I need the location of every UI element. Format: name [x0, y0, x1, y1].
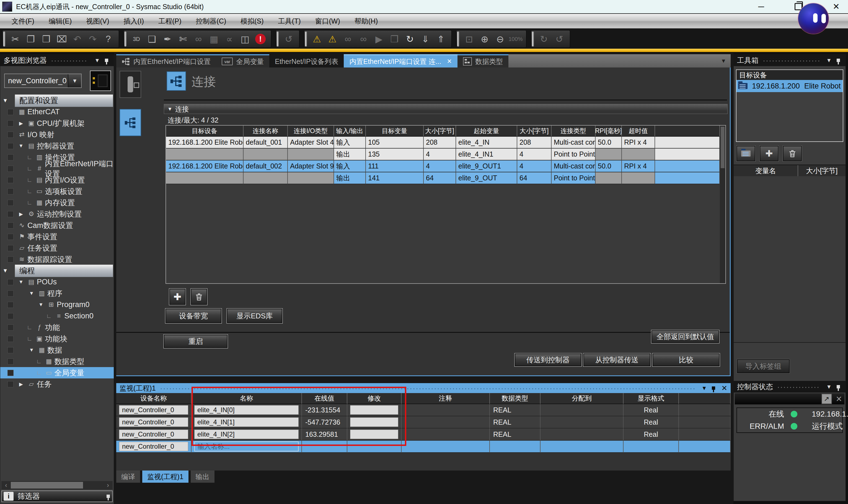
cell-comment[interactable]	[402, 416, 490, 429]
target-device-item[interactable]: 192.168.1.200 Elite Robot	[737, 80, 843, 92]
cell-target-variable[interactable]: 105	[366, 137, 424, 148]
paste-icon[interactable]: ❒	[38, 31, 54, 47]
cell-origin-variable[interactable]: elite_4_IN	[456, 137, 517, 148]
menu-window[interactable]: 窗口(W)	[308, 17, 347, 26]
cell-target-device[interactable]: 192.168.1.200 Elite Robot 片	[166, 160, 244, 172]
transfer-from-controller-icon[interactable]: ⇑	[433, 31, 449, 47]
tree-item-programs[interactable]: ▼▥程序	[0, 288, 114, 299]
controller-select[interactable]: new_Controller_0 ▼	[4, 74, 82, 88]
cell-origin-variable[interactable]: elite_9_OUT1	[456, 160, 517, 172]
abort-icon[interactable]: !	[253, 31, 268, 47]
copy-icon[interactable]: ❐	[23, 31, 38, 47]
tree-item-controller-settings[interactable]: ▼▤控制器设置	[0, 140, 114, 151]
tab-list-dropdown-icon[interactable]: ▼	[721, 58, 726, 64]
tree-section-configuration[interactable]: ▼配置和设置	[0, 95, 114, 106]
cell-variable-name[interactable]: elite_4_IN[2]	[192, 429, 302, 440]
close-tab-icon[interactable]: ✕	[447, 58, 452, 65]
cell-device-name[interactable]: new_Controller_0	[116, 429, 192, 440]
close-button[interactable]: ✕	[833, 2, 840, 11]
cell-target-device[interactable]: 192.168.1.200 Elite Robot 片	[166, 137, 244, 148]
scroll-right-icon[interactable]: ›	[103, 481, 113, 489]
register-device-button[interactable]	[737, 146, 755, 161]
search-binoculars-icon[interactable]: ◫	[237, 31, 253, 47]
cell-timeout[interactable]	[622, 172, 655, 184]
cell-rpi[interactable]: 50.0	[596, 160, 622, 172]
variable-table-body[interactable]	[734, 176, 846, 343]
cell-connection-name[interactable]: default_001	[244, 137, 288, 148]
table-vertical-scrollbar[interactable]	[720, 126, 725, 283]
transfer-to-controller-icon[interactable]: ⇓	[418, 31, 433, 47]
pin-icon[interactable]	[712, 386, 715, 390]
cell-direction[interactable]: 输出	[334, 148, 366, 160]
cell-size[interactable]: 208	[424, 137, 456, 148]
menu-insert[interactable]: 插入(I)	[117, 17, 152, 26]
pin-icon[interactable]	[837, 59, 840, 62]
export-icon[interactable]: ❏	[144, 31, 160, 47]
build-icon[interactable]: ✒	[160, 31, 175, 47]
menu-controller[interactable]: 控制器(C)	[189, 17, 234, 26]
tree-item-event-settings[interactable]: ⚑事件设置	[0, 231, 114, 242]
help-icon[interactable]: ?	[101, 31, 116, 47]
cell-timeout[interactable]: RPI x 4	[622, 137, 655, 148]
chevron-down-icon[interactable]: ▼	[826, 384, 832, 390]
cell-rpi[interactable]	[596, 172, 622, 184]
close-icon[interactable]: ✕	[721, 384, 727, 393]
scroll-left-icon[interactable]: ‹	[1, 481, 11, 489]
stop-monitor-icon[interactable]: ∞	[356, 31, 371, 47]
jump-back-icon[interactable]: ↺	[552, 31, 567, 47]
fit-zoom-icon[interactable]: ⊡	[461, 31, 477, 47]
cell-timeout[interactable]: RPI x 4	[622, 160, 655, 172]
zoom-in-icon[interactable]: ⊕	[477, 31, 492, 47]
import-tag-set-button[interactable]: 导入标签组	[737, 359, 790, 373]
cell-comment[interactable]	[402, 440, 490, 453]
cell-target-variable[interactable]: 111	[366, 160, 424, 172]
tree-item-memory-settings[interactable]: ▦内存设置	[0, 197, 114, 208]
check-program-icon[interactable]: ∞	[191, 31, 206, 47]
cell-modify-value[interactable]	[347, 416, 402, 429]
cell-target-variable[interactable]: 135	[366, 148, 424, 160]
cell-modify-value[interactable]	[347, 429, 402, 440]
tree-item-cam-data[interactable]: ∿Cam数据设置	[0, 220, 114, 231]
filter-bar[interactable]: i 筛选器	[1, 490, 113, 502]
tab-build[interactable]: 编译	[116, 470, 140, 483]
tree-item-pous[interactable]: ▼▤POUs	[0, 276, 114, 288]
cut-icon[interactable]: ✂	[7, 31, 23, 47]
cell-display-format[interactable]: Real	[623, 404, 679, 416]
tree-item-builtin-io[interactable]: ▤内置I/O设置	[0, 174, 114, 186]
tree-item-builtin-ethernet-ip[interactable]: #内置EtherNet/IP端口设置	[0, 163, 114, 174]
tree-item-cpu-rack[interactable]: ▶▣CPU/扩展机架	[0, 118, 114, 129]
cell-direction[interactable]: 输入	[334, 137, 366, 148]
tree-item-task-settings[interactable]: ▱任务设置	[0, 242, 114, 254]
cell-target-variable[interactable]: 141	[366, 172, 424, 184]
transfer-from-controller-button[interactable]: 从控制器传送	[583, 354, 650, 366]
add-device-button[interactable]: ✚	[760, 146, 779, 161]
cell-size2[interactable]: 4	[517, 148, 552, 160]
cell-io-type[interactable]	[288, 148, 334, 160]
cell-rpi[interactable]: 50.0	[596, 137, 622, 148]
collapse-icon[interactable]: ▼	[167, 106, 173, 112]
delete-connection-button[interactable]	[191, 289, 207, 305]
cell-connection-name[interactable]	[244, 148, 288, 160]
cell-target-device[interactable]	[166, 148, 244, 160]
cell-device-name[interactable]: new_Controller_0	[116, 404, 192, 416]
cell-target-device[interactable]	[166, 172, 244, 184]
tree-item-global-variables[interactable]: ▭全局变量	[0, 367, 114, 378]
cell-io-type[interactable]: Adapter Slot 4	[288, 137, 334, 148]
menu-help[interactable]: 帮助(H)	[347, 17, 385, 26]
pin-icon[interactable]	[107, 494, 110, 498]
undo-icon[interactable]: ↶	[69, 31, 85, 47]
tree-item-motion-control[interactable]: ▶⚙运动控制设置	[0, 208, 114, 220]
tab-ethernet-ip-device-list[interactable]: EtherNet/IP设备列表	[269, 54, 344, 68]
tree-item-functions[interactable]: ƒ功能	[0, 322, 114, 333]
tree-item-tasks[interactable]: ▶▱任务	[0, 378, 114, 390]
scrollbar-thumb[interactable]	[11, 482, 83, 488]
device-view-button[interactable]	[120, 71, 141, 98]
menu-view[interactable]: 视图(V)	[79, 17, 116, 26]
cell-size2[interactable]: 4	[517, 160, 552, 172]
tab-ethernet-ip-connection-active[interactable]: 内置EtherNet/IP端口设置 连... ✕	[344, 54, 457, 68]
jump-forward-icon[interactable]: ↻	[536, 31, 552, 47]
tree-item-option-board[interactable]: ▭选项板设置	[0, 186, 114, 197]
cell-modify-value[interactable]	[347, 440, 402, 453]
cell-connection-type[interactable]: Multi-cast conn	[552, 137, 596, 148]
io-check-icon[interactable]: ∝	[222, 31, 237, 47]
